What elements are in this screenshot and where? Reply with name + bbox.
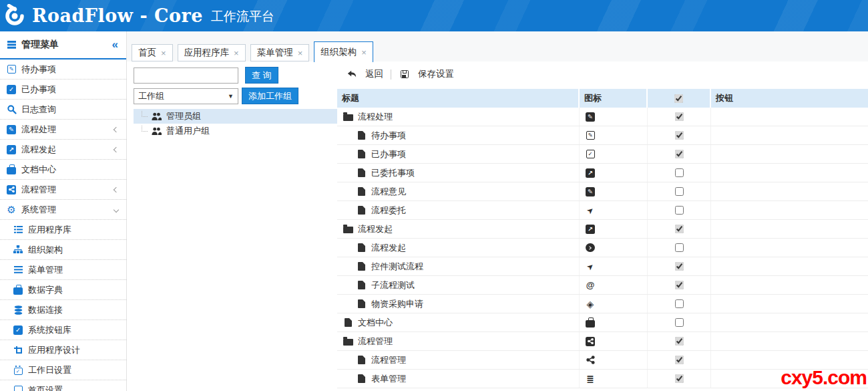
- row-title: 表单管理: [371, 373, 406, 385]
- row-visible-checkbox[interactable]: [675, 112, 684, 121]
- menu-bars-icon: [5, 41, 17, 49]
- row-visible-checkbox[interactable]: [675, 281, 684, 289]
- sidebar-item-10[interactable]: 菜单管理: [0, 260, 126, 280]
- table-row-10[interactable]: 物资采购申请◈: [337, 295, 868, 313]
- row-visible-checkbox[interactable]: [675, 337, 684, 346]
- search-button[interactable]: 查 询: [245, 67, 278, 84]
- check-square-icon: ✓: [5, 85, 17, 94]
- table-row-7[interactable]: 流程发起: [337, 239, 868, 257]
- row-visible-checkbox[interactable]: [675, 262, 684, 271]
- group-search-input[interactable]: [134, 68, 238, 84]
- table-row-2[interactable]: 已办事项✓: [337, 145, 868, 164]
- row-icon-cell: ↗: [580, 220, 648, 238]
- select-all-checkbox[interactable]: [674, 94, 683, 103]
- tab-close-icon[interactable]: ×: [234, 49, 239, 57]
- table-row-8[interactable]: 控件测试流程➤: [337, 257, 868, 276]
- add-group-button[interactable]: 添加工作组: [242, 88, 298, 104]
- row-title-cell: 控件测试流程: [337, 257, 580, 275]
- row-icon-cell: [580, 332, 648, 350]
- sidebar-item-15[interactable]: ✓工作日设置: [0, 360, 126, 380]
- sidebar-item-8[interactable]: 应用程序库: [0, 220, 126, 240]
- row-icon-cell: ↗: [580, 164, 648, 182]
- tree-node-0[interactable]: 管理员组: [134, 109, 337, 124]
- table-row-11[interactable]: 文档中心: [337, 313, 868, 332]
- file-icon: [355, 299, 367, 309]
- row-title-cell: 流程管理: [337, 351, 580, 369]
- table-row-6[interactable]: 流程发起↗: [337, 220, 868, 239]
- tab-close-icon[interactable]: ×: [361, 48, 367, 57]
- sidebar-collapse-button[interactable]: «: [112, 38, 118, 51]
- group-type-select[interactable]: 工作组 ▼: [134, 88, 238, 104]
- sidebar-item-3[interactable]: ✎流程处理: [0, 120, 126, 140]
- table-row-9[interactable]: 子流程测试@: [337, 276, 868, 295]
- row-title: 流程管理: [358, 336, 393, 348]
- sidebar-item-6[interactable]: 流程管理: [0, 180, 126, 200]
- row-visible-checkbox[interactable]: [675, 374, 684, 383]
- column-header-title: 标题: [337, 89, 580, 108]
- save-settings-button[interactable]: 保存设置: [399, 68, 454, 80]
- column-header-button: 按钮: [711, 89, 868, 108]
- row-title: 物资采购申请: [371, 298, 423, 310]
- sidebar-item-13[interactable]: ✓系统按钮库: [0, 320, 126, 340]
- row-visible-checkbox[interactable]: [675, 299, 684, 308]
- row-title-cell: 流程处理: [337, 108, 580, 126]
- row-check-cell: [648, 239, 711, 257]
- sidebar-item-12[interactable]: 数据连接: [0, 300, 126, 320]
- tab-1[interactable]: 应用程序库×: [178, 44, 246, 61]
- row-icon-cell: ✓: [580, 145, 648, 163]
- row-check-cell: [648, 126, 711, 144]
- square-o-icon: [12, 386, 24, 391]
- tab-3[interactable]: 组织架构×: [314, 41, 373, 62]
- folder-icon: [342, 337, 354, 346]
- tab-close-icon[interactable]: ×: [298, 49, 303, 57]
- row-button-cell: [711, 239, 868, 257]
- tab-2[interactable]: 菜单管理×: [250, 44, 310, 61]
- edit-icon: ✎: [584, 131, 596, 140]
- sidebar-item-1[interactable]: ✓已办事项: [0, 80, 126, 100]
- sidebar-item-0[interactable]: ✎待办事项: [0, 59, 126, 80]
- row-visible-checkbox[interactable]: [675, 356, 684, 364]
- row-visible-checkbox[interactable]: [675, 225, 684, 233]
- table-row-12[interactable]: 流程管理: [337, 332, 868, 351]
- table-row-1[interactable]: 待办事项✎: [337, 126, 868, 145]
- group-tree-panel: 查 询 工作组 ▼ 添加工作组 管理员组普通用户组: [127, 61, 337, 391]
- row-visible-checkbox[interactable]: [675, 168, 684, 177]
- sidebar-item-14[interactable]: 应用程序设计: [0, 340, 126, 360]
- crop-icon: [12, 346, 24, 354]
- row-icon-cell: [580, 239, 648, 257]
- sitemap-icon: [12, 245, 24, 254]
- sidebar-item-4[interactable]: ↗流程发起: [0, 140, 126, 160]
- sidebar-item-7[interactable]: ⚙系统管理: [0, 200, 126, 220]
- row-icon-cell: ✎: [580, 126, 648, 144]
- row-icon-cell: ➤: [580, 201, 648, 219]
- sidebar-item-5[interactable]: 文档中心: [0, 160, 126, 180]
- table-row-5[interactable]: 流程委托➤: [337, 201, 868, 220]
- back-button[interactable]: 返回: [346, 68, 383, 80]
- sidebar-item-2[interactable]: 日志查询: [0, 100, 126, 120]
- table-row-3[interactable]: 已委托事项↗: [337, 164, 868, 182]
- sidebar-item-16[interactable]: 首页设置: [0, 380, 126, 391]
- row-visible-checkbox[interactable]: [675, 206, 684, 215]
- row-visible-checkbox[interactable]: [675, 187, 684, 196]
- tree-node-1[interactable]: 普通用户组: [134, 124, 337, 138]
- row-title: 流程处理: [358, 111, 393, 123]
- row-visible-checkbox[interactable]: [675, 318, 684, 327]
- tab-close-icon[interactable]: ×: [161, 49, 166, 57]
- sidebar-item-label: 流程发起: [21, 144, 56, 156]
- reply-arrow-icon: [346, 70, 358, 78]
- tab-0[interactable]: 首页×: [132, 44, 173, 61]
- row-icon-cell: ≣: [580, 370, 648, 388]
- sidebar-item-9[interactable]: 组织架构: [0, 240, 126, 260]
- row-check-cell: [648, 201, 711, 219]
- row-visible-checkbox[interactable]: [675, 243, 684, 252]
- grid-toolbar: 返回 保存设置: [337, 66, 868, 83]
- row-visible-checkbox[interactable]: [675, 131, 684, 140]
- table-row-0[interactable]: 流程处理✎: [337, 108, 868, 126]
- row-visible-checkbox[interactable]: [675, 150, 684, 158]
- row-check-cell: [648, 295, 711, 313]
- sidebar-item-11[interactable]: 数据字典: [0, 280, 126, 300]
- chevron-left-icon: [114, 128, 118, 132]
- tree-node-label: 管理员组: [166, 110, 201, 122]
- external-link-square-icon: ↗: [584, 225, 596, 234]
- table-row-4[interactable]: 流程意见✎: [337, 182, 868, 201]
